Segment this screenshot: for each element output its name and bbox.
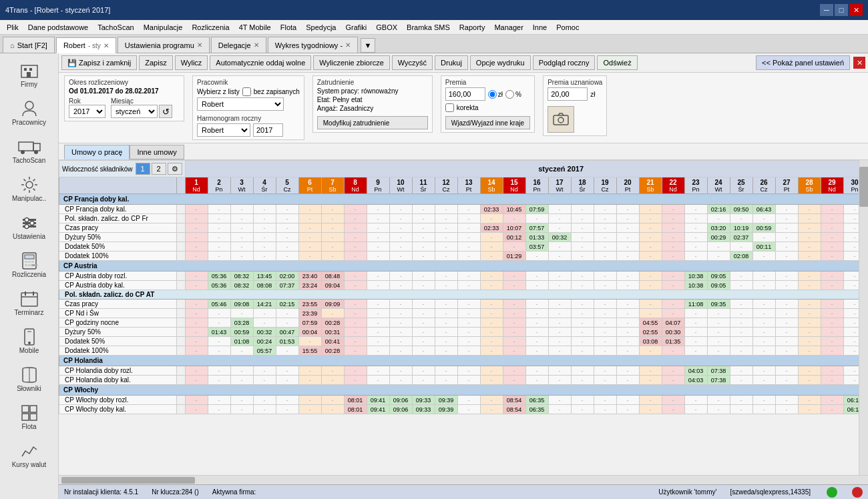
day-cell: - [548, 346, 571, 356]
menu-tachoscan[interactable]: TachoScan [93, 22, 138, 33]
menu-gbox[interactable]: GBOX [372, 22, 401, 33]
wyliczenie-button[interactable]: Wyliczenie zbiorcze [313, 55, 390, 70]
vis-btn-1[interactable]: 1 [136, 163, 150, 175]
visibility-label: Widoczność składników [62, 165, 133, 173]
premia-uznaniowa-input[interactable] [548, 87, 588, 101]
premia-input[interactable] [445, 87, 485, 101]
day-cell: - [480, 214, 503, 223]
menu-manager[interactable]: Manager [490, 22, 527, 33]
odswiez-button[interactable]: Odśwież [597, 55, 637, 70]
refresh-date-button[interactable]: ↺ [159, 105, 172, 118]
vis-gear-btn[interactable]: ⚙ [168, 163, 182, 175]
day-cell: - [503, 337, 525, 346]
day-cell: 10:38 [684, 272, 707, 281]
menu-plik[interactable]: Plik [3, 22, 23, 33]
menu-grafiki[interactable]: Grafiki [341, 22, 371, 33]
close-button[interactable]: ✕ [849, 4, 863, 16]
korekta-checkbox[interactable] [445, 103, 454, 112]
wylicz-button[interactable]: Wylicz [175, 55, 208, 70]
tab-robert-close[interactable]: ✕ [103, 42, 109, 49]
menu-manipulacje[interactable]: Manipulacje [140, 22, 187, 33]
camera-button[interactable] [548, 106, 574, 133]
tab-wykres[interactable]: Wykres tygodniowy - ✕ [268, 37, 358, 53]
miesiac-select[interactable]: styczeń [111, 105, 158, 118]
tab-robert[interactable]: Robert - sty ✕ [56, 37, 116, 53]
tab-delegacje-close[interactable]: ✕ [254, 41, 259, 49]
menu-rozliczenia[interactable]: Rozliczenia [188, 22, 233, 33]
close-panel-button[interactable]: ✕ [853, 57, 865, 69]
day-cell: - [775, 318, 798, 328]
menu-dane[interactable]: Dane podstawowe [24, 22, 93, 33]
tab-ustawienia-close[interactable]: ✕ [197, 41, 202, 49]
day-cell: - [571, 318, 594, 328]
bez-zapisanych-checkbox[interactable] [242, 87, 251, 96]
harmonogram-year[interactable] [253, 123, 283, 137]
sidebar-item-manipulacje[interactable]: Manipulac.. [1, 170, 57, 207]
day-cell: - [185, 405, 208, 414]
tab-ustawienia[interactable]: Ustawienia programu ✕ [118, 37, 210, 53]
sidebar-item-tachoscan[interactable]: TachoScan [1, 132, 57, 169]
day-cell: - [298, 405, 321, 414]
menu-raporty[interactable]: Raporty [455, 22, 489, 33]
menu-flota[interactable]: Flota [276, 22, 300, 33]
zapisz-zamknij-button[interactable]: 💾Zapisz i zamknij [61, 55, 137, 70]
sidebar-label-pracownicy: Pracownicy [12, 119, 46, 126]
menu-bramka[interactable]: Bramka SMS [403, 22, 454, 33]
day-cell: - [594, 300, 616, 309]
sidebar-item-ustawienia[interactable]: Ustawienia [1, 208, 57, 245]
pracownik-select[interactable]: Robert [197, 97, 284, 111]
automatycznie-button[interactable]: Automatycznie oddaj wolne [210, 55, 311, 70]
harmonogram-select[interactable]: Robert [197, 123, 250, 137]
drukuj-button[interactable]: Drukuj [435, 55, 468, 70]
sidebar-item-flota[interactable]: Flota [1, 398, 57, 435]
menu-inne[interactable]: Inne [529, 22, 551, 33]
sidebar-item-slowniki[interactable]: Słowniki [1, 360, 57, 397]
sidebar-item-terminarz[interactable]: Terminarz [1, 284, 57, 321]
minimize-button[interactable]: ─ [820, 4, 833, 16]
tab-delegacje[interactable]: Delegacje ✕ [211, 37, 266, 53]
sidebar-item-kursy[interactable]: Kursy walut [1, 436, 57, 473]
table-row: CP Nd i Św-----23:39--------------------… [59, 309, 859, 318]
row-empty-cell [177, 376, 185, 385]
svg-rect-23 [31, 264, 37, 266]
sidebar-item-mobile[interactable]: Mobile [1, 322, 57, 359]
tab-start[interactable]: ⌂ Start [F2] [3, 37, 55, 53]
day-cell: - [276, 405, 298, 414]
tab-list-button[interactable]: ▼ [361, 38, 375, 53]
wjazd-button[interactable]: Wjazd/Wyjazd inne kraje [445, 116, 530, 129]
horizontal-scrollbar[interactable] [59, 475, 868, 484]
day-cell: 09:33 [412, 405, 435, 414]
sidebar-item-rozliczenia[interactable]: Rozliczenia [1, 246, 57, 283]
vertical-scrollbar[interactable] [859, 160, 868, 475]
premia-percent-radio[interactable] [505, 90, 514, 99]
premia-zl-radio[interactable] [488, 90, 497, 99]
menu-pomoc[interactable]: Pomoc [552, 22, 583, 33]
day-cell: - [298, 252, 321, 261]
zapisz-button[interactable]: Zapisz [139, 55, 172, 70]
day-cell: - [843, 300, 859, 309]
day-cell: - [344, 328, 367, 337]
wyczysc-button[interactable]: Wyczyść [392, 55, 433, 70]
premia-uznaniowa-zl: zł [590, 91, 595, 98]
day-cell: - [662, 300, 684, 309]
opcje-button[interactable]: Opcje wydruku [470, 55, 531, 70]
vis-btn-2[interactable]: 2 [152, 163, 166, 175]
inne-umowy-tab[interactable]: Inne umowy [130, 145, 184, 159]
day-cell: - [435, 309, 457, 318]
umowy-o-prace-tab[interactable]: Umowy o pracę [64, 145, 130, 159]
sidebar-item-firmy[interactable]: Firmy [1, 56, 57, 93]
day-cell: - [639, 242, 662, 252]
table-container[interactable]: Widoczność składników 1 2 ⚙ styczeń 2017… [59, 160, 859, 475]
menu-4tmobile[interactable]: 4T Mobile [235, 22, 275, 33]
rok-select[interactable]: 2017 [69, 105, 105, 118]
day-cell: - [503, 346, 525, 356]
modyfikuj-button[interactable]: Modyfikuj zatrudnienie [317, 116, 428, 129]
day-cell: - [616, 337, 639, 346]
menu-spedycja[interactable]: Spedycja [302, 22, 340, 33]
panel-show-button[interactable]: << Pokaż panel ustawień [756, 55, 850, 70]
podglad-button[interactable]: Podgląd roczny [533, 55, 596, 70]
sidebar-item-pracownicy[interactable]: Pracownicy [1, 94, 57, 131]
maximize-button[interactable]: □ [835, 4, 848, 16]
tab-wykres-close[interactable]: ✕ [345, 41, 351, 49]
premia-uznaniowa-label: Premia uznaniowa [548, 79, 602, 86]
